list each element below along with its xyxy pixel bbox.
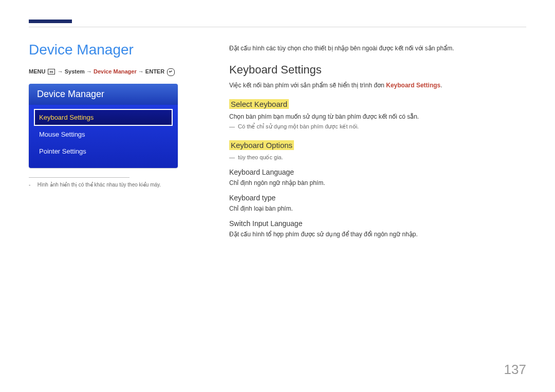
page-number: 137 (504, 362, 526, 378)
para-switch-input-language: Đặt cấu hình tổ hợp phím được sử dụng để… (229, 231, 526, 238)
menu-item-mouse-settings[interactable]: Mouse Settings (34, 126, 173, 143)
breadcrumb-system: System (65, 68, 85, 74)
heading-keyboard-settings: Keyboard Settings (229, 63, 526, 77)
breadcrumb-device-manager: Device Manager (94, 68, 137, 74)
menu-item-keyboard-settings[interactable]: Keyboard Settings (34, 109, 173, 126)
note-text: tùy theo quốc gia. (238, 154, 283, 160)
para-prefix: Việc kết nối bàn phím với sản phẩm sẽ hi… (229, 82, 386, 89)
heading-keyboard-language: Keyboard Language (229, 168, 526, 176)
accent-bar (29, 20, 72, 23)
on-screen-menu-title: Device Manager (29, 84, 178, 105)
enter-icon: ↵ (167, 68, 175, 76)
note-dash: ― (229, 154, 236, 160)
two-column-layout: Device Manager MENU m → System → Device … (29, 42, 526, 241)
menu-item-pointer-settings[interactable]: Pointer Settings (34, 143, 173, 160)
note-keyboard-options: ― tùy theo quốc gia. (229, 154, 526, 161)
breadcrumb-arrow: → (86, 68, 92, 74)
heading-select-keyboard: Select Keyboard (229, 99, 289, 109)
note-text: Có thể chỉ sử dụng một bàn phím được kết… (238, 123, 359, 129)
heading-switch-input-language: Switch Input Language (229, 219, 526, 228)
breadcrumb: MENU m → System → Device Manager → ENTER… (29, 67, 203, 77)
breadcrumb-menu: MENU (29, 68, 45, 74)
menu-icon: m (48, 69, 54, 74)
intro-text: Đặt cấu hình các tùy chọn cho thiết bị n… (229, 45, 526, 52)
accent-rule (29, 27, 526, 27)
note-dash: ― (229, 123, 236, 129)
right-column: Đặt cấu hình các tùy chọn cho thiết bị n… (229, 42, 526, 241)
page: Device Manager MENU m → System → Device … (0, 0, 555, 392)
breadcrumb-enter: ENTER (145, 68, 164, 74)
para-select-keyboard: Chọn bàn phím bạn muốn sử dụng từ bàn ph… (229, 113, 526, 120)
left-column: Device Manager MENU m → System → Device … (29, 42, 203, 241)
footnote-rule (29, 177, 130, 178)
footnote: - Hình ảnh hiển thị có thể khác nhau tùy… (29, 182, 203, 188)
on-screen-menu: Device Manager Keyboard Settings Mouse S… (29, 84, 178, 168)
para-highlight: Keyboard Settings (386, 82, 440, 89)
on-screen-menu-body: Keyboard Settings Mouse Settings Pointer… (29, 105, 178, 168)
breadcrumb-arrow: → (58, 68, 63, 74)
para-keyboard-settings: Việc kết nối bàn phím với sản phẩm sẽ hi… (229, 82, 526, 89)
heading-keyboard-type: Keyboard type (229, 194, 526, 202)
section-title: Device Manager (29, 42, 203, 58)
note-select-keyboard: ― Có thể chỉ sử dụng một bàn phím được k… (229, 123, 526, 130)
breadcrumb-arrow: → (138, 68, 144, 74)
para-keyboard-type: Chỉ định loại bàn phím. (229, 205, 526, 212)
heading-keyboard-options: Keyboard Options (229, 140, 294, 150)
footnote-text: Hình ảnh hiển thị có thể khác nhau tùy t… (38, 182, 161, 188)
para-suffix: . (440, 82, 442, 89)
para-keyboard-language: Chỉ định ngôn ngữ nhập bàn phím. (229, 179, 526, 186)
footnote-dash: - (29, 182, 36, 188)
